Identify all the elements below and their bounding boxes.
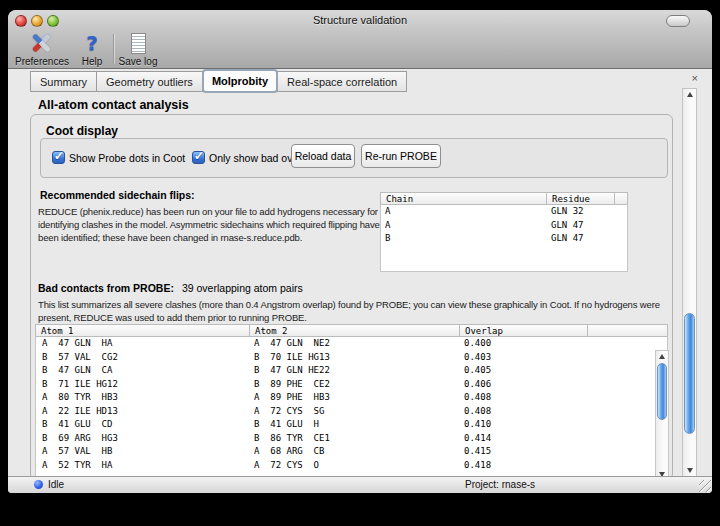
column-header-filler (588, 324, 668, 337)
status-text: Idle (48, 479, 64, 490)
column-header-overlap[interactable]: Overlap (460, 324, 588, 337)
scroll-up-icon[interactable] (656, 351, 668, 361)
tab-real-space-correlation[interactable]: Real-space correlation (277, 71, 407, 92)
save-log-icon (112, 31, 164, 55)
contacts-heading: Bad contacts from PROBE:39 overlapping a… (38, 282, 303, 294)
table-scrollbar[interactable] (655, 350, 669, 480)
contacts-title: Bad contacts from PROBE: (38, 282, 174, 294)
save-log-button[interactable]: Save log (112, 31, 164, 67)
tab-molprobity[interactable]: Molprobity (202, 69, 278, 93)
window-title: Structure validation (8, 14, 712, 26)
save-log-label: Save log (112, 56, 164, 67)
column-header-atom2[interactable]: Atom 2 (250, 324, 460, 337)
panel-scrollbar[interactable] (682, 88, 697, 477)
contacts-table-header: Atom 1 Atom 2 Overlap (35, 324, 668, 337)
show-probe-dots-label: Show Probe dots in Coot (69, 152, 185, 164)
rerun-probe-button[interactable]: Re-run PROBE (361, 144, 441, 168)
contacts-row[interactable]: A 52 TYR HAA 72 CYS O0.418 (36, 459, 667, 473)
panel-scrollbar-thumb[interactable] (684, 313, 695, 434)
scroll-up-icon[interactable] (683, 89, 696, 99)
coot-display-title: Coot display (46, 124, 118, 138)
contacts-row[interactable]: B 69 ARG HG3B 86 TYR CE10.414 (36, 432, 667, 446)
contacts-row[interactable]: A 22 ILE HD13A 72 CYS SG0.408 (36, 405, 667, 419)
contacts-row[interactable]: B 57 VAL CG2B 70 ILE HG130.403 (36, 351, 667, 365)
flips-description: REDUCE (phenix.reduce) has been run on y… (38, 205, 390, 244)
preferences-label: Preferences (12, 56, 72, 67)
column-header-filler (615, 192, 628, 205)
tools-icon (12, 31, 72, 55)
flips-row[interactable]: AGLN 32 (381, 205, 627, 219)
preferences-button[interactable]: Preferences (12, 31, 72, 67)
table-scrollbar-thumb[interactable] (657, 363, 667, 420)
flips-title: Recommended sidechain flips: (40, 189, 195, 201)
title-bar: Structure validation Preferences ? Help … (8, 10, 712, 69)
show-probe-dots-checkbox[interactable] (52, 151, 65, 164)
contacts-description: This list summarizes all severe clashes … (38, 298, 688, 324)
contacts-row[interactable]: B 71 ILE HG12B 89 PHE CE20.406 (36, 378, 667, 392)
contacts-table-body: A 47 GLN HAA 47 GLN NE20.400 B 57 VAL CG… (35, 337, 668, 480)
flips-table-body: AGLN 32 AGLN 47 BGLN 47 (380, 205, 628, 272)
flips-table-header: Chain Residue (380, 192, 628, 205)
column-header-residue[interactable]: Residue (547, 192, 615, 205)
help-button[interactable]: ? Help (74, 31, 110, 67)
contacts-count: 39 overlapping atom pairs (182, 282, 303, 294)
close-tab-icon[interactable]: × (692, 73, 698, 84)
reload-data-button[interactable]: Reload data (291, 144, 355, 168)
scroll-down-icon[interactable] (683, 465, 696, 475)
tab-bar: Summary Geometry outliers Molprobity Rea… (30, 71, 407, 92)
status-bar: Idle Project: rnase-s (8, 476, 712, 493)
flips-table: Chain Residue AGLN 32 AGLN 47 BGLN 47 (380, 192, 628, 272)
contacts-row[interactable]: B 41 GLU CDB 41 GLU H0.410 (36, 418, 667, 432)
contacts-row[interactable]: A 47 GLN HAA 47 GLN NE20.400 (36, 337, 667, 351)
tab-geometry-outliers[interactable]: Geometry outliers (96, 71, 203, 92)
flips-row[interactable]: BGLN 47 (381, 232, 627, 246)
column-header-chain[interactable]: Chain (380, 192, 547, 205)
structure-validation-window: Structure validation Preferences ? Help … (8, 10, 712, 493)
project-label: Project: rnase-s (465, 479, 535, 490)
toolbar-toggle-button[interactable] (666, 15, 690, 27)
column-header-atom1[interactable]: Atom 1 (35, 324, 250, 337)
page-title: All-atom contact analysis (38, 98, 189, 112)
resize-grip[interactable] (699, 480, 711, 492)
only-bad-overlaps-checkbox[interactable] (192, 151, 205, 164)
contacts-row[interactable]: A 80 TYR HB3A 89 PHE HB30.408 (36, 391, 667, 405)
help-label: Help (74, 56, 110, 67)
contacts-row[interactable]: A 57 VAL HBA 68 ARG CB0.415 (36, 445, 667, 459)
help-icon: ? (74, 31, 110, 55)
status-dot-icon (34, 480, 43, 489)
flips-row[interactable]: AGLN 47 (381, 219, 627, 233)
contacts-row[interactable]: B 47 GLN CAB 47 GLN HE220.405 (36, 364, 667, 378)
contacts-table: Atom 1 Atom 2 Overlap A 47 GLN HAA 47 GL… (35, 324, 668, 480)
tab-summary[interactable]: Summary (30, 71, 97, 92)
